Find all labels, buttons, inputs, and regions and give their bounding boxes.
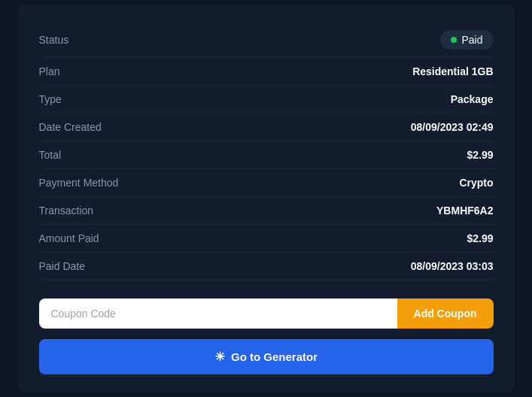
go-to-generator-button[interactable]: ☀ Go to Generator — [39, 339, 494, 374]
type-label: Type — [39, 93, 62, 105]
total-value: $2.99 — [467, 149, 493, 161]
order-detail-card: Status Paid Plan Residential 1GB Type Pa… — [18, 5, 515, 392]
payment-method-label: Payment Method — [39, 177, 119, 189]
status-row: Status Paid — [39, 23, 494, 58]
paid-date-label: Paid Date — [39, 260, 85, 272]
total-label: Total — [39, 149, 62, 161]
paid-date-value: 08/09/2023 03:03 — [411, 260, 494, 272]
transaction-label: Transaction — [39, 205, 94, 217]
transaction-row: Transaction YBMHF6A2 — [39, 197, 494, 225]
status-label: Status — [39, 34, 69, 46]
date-created-label: Date Created — [39, 121, 102, 133]
total-row: Total $2.99 — [39, 141, 494, 169]
paid-date-row: Paid Date 08/09/2023 03:03 — [39, 253, 494, 280]
type-value: Package — [451, 93, 494, 105]
transaction-value: YBMHF6A2 — [436, 205, 493, 217]
coupon-input[interactable] — [39, 299, 397, 329]
amount-paid-row: Amount Paid $2.99 — [39, 225, 494, 253]
payment-method-row: Payment Method Crypto — [39, 169, 494, 197]
add-coupon-button[interactable]: Add Coupon — [397, 299, 494, 329]
plan-row: Plan Residential 1GB — [39, 58, 494, 86]
payment-method-value: Crypto — [459, 177, 493, 189]
coupon-section: Add Coupon — [39, 299, 494, 329]
status-value: Paid — [461, 34, 482, 46]
plan-value: Residential 1GB — [412, 65, 493, 77]
amount-paid-label: Amount Paid — [39, 232, 99, 244]
type-row: Type Package — [39, 86, 494, 114]
sun-icon: ☀ — [214, 350, 225, 364]
status-dot-icon — [451, 37, 457, 43]
amount-paid-value: $2.99 — [467, 232, 493, 244]
go-to-generator-label: Go to Generator — [231, 350, 318, 363]
date-created-value: 08/09/2023 02:49 — [411, 121, 494, 133]
date-created-row: Date Created 08/09/2023 02:49 — [39, 114, 494, 141]
plan-label: Plan — [39, 65, 60, 77]
status-badge: Paid — [440, 30, 493, 50]
